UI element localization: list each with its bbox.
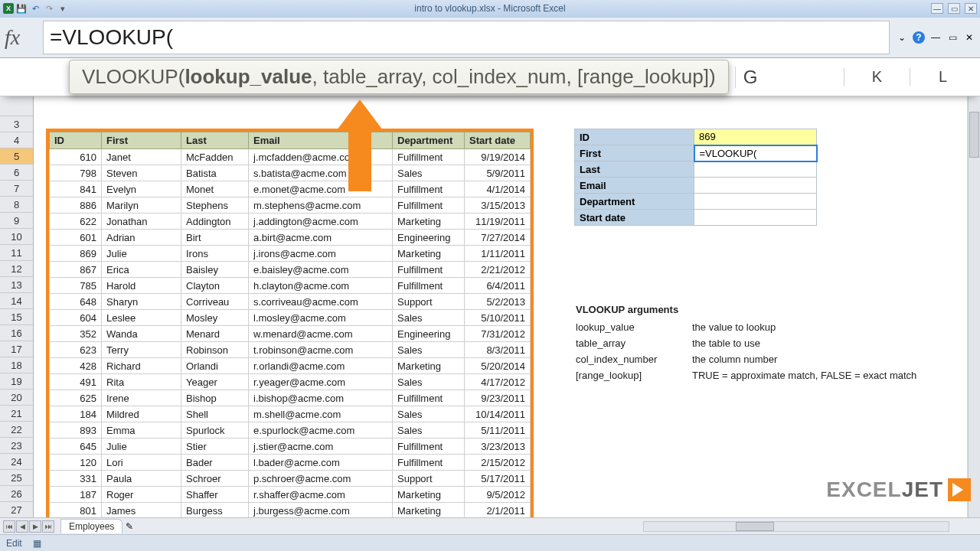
cell-date[interactable]: 11/19/2011 — [465, 214, 531, 230]
cell-dept[interactable]: Marketing — [393, 246, 465, 262]
fx-icon[interactable]: fx — [5, 25, 35, 50]
cell-dept[interactable]: Support — [393, 471, 465, 487]
table-row[interactable]: 841EvelynMonete.monet@acme.comFulfillmen… — [50, 181, 531, 197]
cell-email[interactable]: l.bader@acme.com — [249, 455, 393, 471]
cell-first[interactable]: Rita — [102, 374, 181, 390]
row-header[interactable]: 14 — [0, 293, 34, 309]
cell-first[interactable]: Harold — [102, 278, 181, 294]
table-row[interactable]: 120LoriBaderl.bader@acme.comFulfillment2… — [50, 455, 531, 471]
macro-record-icon[interactable]: ▦ — [33, 538, 41, 549]
restore-window-icon[interactable]: ▭ — [946, 31, 959, 44]
cell-id[interactable]: 648 — [50, 294, 102, 310]
cell-last[interactable]: Schroer — [181, 471, 249, 487]
cell-email[interactable]: p.schroer@acme.com — [249, 471, 393, 487]
cell-date[interactable]: 1/11/2011 — [465, 246, 531, 262]
cell-dept[interactable]: Sales — [393, 310, 465, 326]
row-header[interactable]: 8 — [0, 197, 34, 213]
row-header[interactable]: 24 — [0, 454, 34, 470]
minimize-button[interactable]: — — [931, 3, 943, 14]
th-dept[interactable]: Department — [393, 132, 465, 149]
th-date[interactable]: Start date — [465, 132, 531, 149]
cell-first[interactable]: Mildred — [102, 406, 181, 422]
row-header[interactable]: 9 — [0, 213, 34, 229]
table-row[interactable]: 428RichardOrlandir.orlandi@acme.comMarke… — [50, 358, 531, 374]
cell-email[interactable]: h.clayton@acme.com — [249, 278, 393, 294]
row-header[interactable]: 3 — [0, 116, 34, 132]
th-first[interactable]: First — [102, 132, 181, 149]
cell-last[interactable]: Bishop — [181, 390, 249, 406]
cell-last[interactable]: Clayton — [181, 278, 249, 294]
cell-first[interactable]: Steven — [102, 165, 181, 181]
close-workbook-icon[interactable]: ✕ — [963, 31, 975, 44]
cell-email[interactable]: t.robinson@acme.com — [249, 342, 393, 358]
cell-dept[interactable]: Marketing — [393, 487, 465, 503]
cell-first[interactable]: Marilyn — [102, 197, 181, 214]
cell-last[interactable]: Corriveau — [181, 294, 249, 310]
cell-id[interactable]: 331 — [50, 471, 102, 487]
vertical-scrollbar[interactable] — [968, 96, 980, 534]
cell-last[interactable]: Burgess — [181, 503, 249, 519]
cell-first[interactable]: Sharyn — [102, 294, 181, 310]
cell-last[interactable]: Shaffer — [181, 487, 249, 503]
undo-icon[interactable]: ↶ — [29, 2, 41, 15]
sheet-next-button[interactable]: ▶ — [29, 520, 41, 533]
val-id[interactable]: 869 — [694, 129, 817, 145]
cell-dept[interactable]: Fulfillment — [393, 149, 465, 165]
cell-date[interactable]: 2/1/2011 — [465, 503, 531, 519]
cell-id[interactable]: 184 — [50, 406, 102, 422]
row-header[interactable]: 7 — [0, 181, 34, 197]
maximize-button[interactable]: ▭ — [948, 3, 960, 14]
cell-first[interactable]: Irene — [102, 390, 181, 406]
cell-last[interactable]: Bader — [181, 455, 249, 471]
cell-email[interactable]: m.stephens@acme.com — [249, 197, 393, 214]
th-last[interactable]: Last — [181, 132, 249, 149]
cell-id[interactable]: 841 — [50, 181, 102, 197]
col-header-l[interactable]: L — [910, 68, 975, 86]
cell-email[interactable]: e.monet@acme.com — [249, 181, 393, 197]
cell-date[interactable]: 3/15/2013 — [465, 197, 531, 214]
cell-first[interactable]: Jonathan — [102, 214, 181, 230]
cell-id[interactable]: 869 — [50, 246, 102, 262]
cell-email[interactable]: e.spurlock@acme.com — [249, 422, 393, 439]
cell-date[interactable]: 9/23/2011 — [465, 390, 531, 406]
cell-date[interactable]: 8/3/2011 — [465, 342, 531, 358]
cell-last[interactable]: Mosley — [181, 310, 249, 326]
cell-last[interactable]: Shell — [181, 406, 249, 422]
lbl-email[interactable]: Email — [575, 178, 694, 194]
table-row[interactable]: 645JulieStierj.stier@acme.comFulfillment… — [50, 439, 531, 455]
cell-last[interactable]: Batista — [181, 165, 249, 181]
cell-email[interactable]: j.irons@acme.com — [249, 246, 393, 262]
cell-date[interactable]: 3/23/2013 — [465, 439, 531, 455]
cell-email[interactable]: j.addington@acme.com — [249, 214, 393, 230]
lbl-first[interactable]: First — [575, 145, 694, 161]
cell-email[interactable]: w.menard@acme.com — [249, 326, 393, 342]
lbl-dept[interactable]: Department — [575, 194, 694, 210]
cell-email[interactable]: j.mcfadden@acme.co — [249, 149, 393, 165]
cell-email[interactable]: r.orlandi@acme.com — [249, 358, 393, 374]
val-last[interactable] — [694, 161, 817, 178]
th-id[interactable]: ID — [50, 132, 102, 149]
cell-id[interactable]: 785 — [50, 278, 102, 294]
row-header[interactable]: 26 — [0, 486, 34, 502]
cell-date[interactable]: 5/2/2013 — [465, 294, 531, 310]
row-header[interactable]: 22 — [0, 422, 34, 438]
hscroll-thumb[interactable] — [736, 522, 774, 531]
cell-last[interactable]: Spurlock — [181, 422, 249, 439]
cell-id[interactable]: 801 — [50, 503, 102, 519]
table-row[interactable]: 622JonathanAddingtonj.addington@acme.com… — [50, 214, 531, 230]
cell-first[interactable]: Julie — [102, 246, 181, 262]
cell-date[interactable]: 2/21/2012 — [465, 262, 531, 278]
cell-id[interactable]: 601 — [50, 230, 102, 246]
cell-dept[interactable]: Engineering — [393, 326, 465, 342]
cell-dept[interactable]: Fulfillment — [393, 455, 465, 471]
horizontal-scrollbar[interactable] — [643, 521, 949, 532]
cell-email[interactable]: i.bishop@acme.com — [249, 390, 393, 406]
cell-last[interactable]: Birt — [181, 230, 249, 246]
cell-last[interactable]: Robinson — [181, 342, 249, 358]
cell-first[interactable]: Roger — [102, 487, 181, 503]
min-ribbon-icon[interactable]: — — [929, 31, 942, 44]
cell-id[interactable]: 623 — [50, 342, 102, 358]
cell-date[interactable]: 5/10/2011 — [465, 310, 531, 326]
table-row[interactable]: 610JanetMcFaddenj.mcfadden@acme.coFulfil… — [50, 149, 531, 165]
row-header[interactable]: 18 — [0, 357, 34, 373]
